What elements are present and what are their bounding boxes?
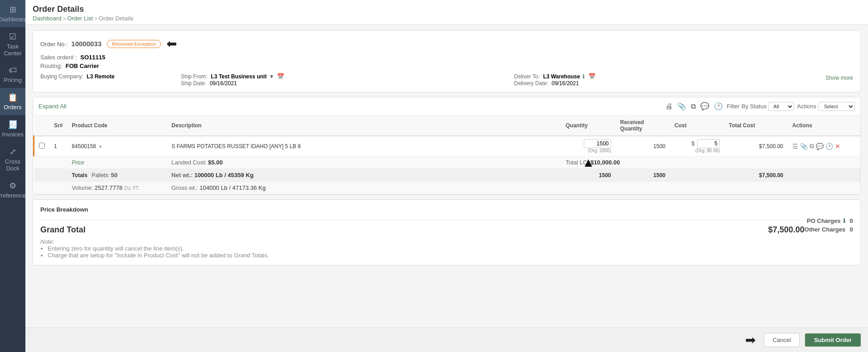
- totals-net-wt: Net wt.: 100000 Lb / 45359 Kg: [167, 169, 561, 182]
- expand-all-button[interactable]: Expand All: [39, 103, 66, 110]
- sidebar-item-pricing[interactable]: 🏷 Pricing: [0, 61, 25, 88]
- price-breakdown-section: Price Breakdown PO Charges ℹ 0 Other Cha…: [33, 199, 861, 265]
- calendar-ship-icon[interactable]: 📅: [277, 73, 284, 80]
- row-history-icon[interactable]: 🕐: [825, 143, 833, 150]
- th-product-code: Product Code: [67, 116, 167, 136]
- arrow-up-annotation: ▲: [582, 155, 595, 169]
- notes-title: Note:: [40, 238, 853, 245]
- table-toolbar: Expand All 🖨 📎 ⧉ 💬 🕐 Filter By Status Al…: [33, 97, 860, 116]
- orders-icon: 📋: [8, 92, 18, 102]
- buying-company-label: Buying Company:: [40, 73, 83, 80]
- submit-order-button[interactable]: Submit Order: [805, 333, 861, 347]
- info-icon: ℹ: [582, 73, 585, 80]
- order-info: Order No : 10000033 Received Exception ⬅…: [33, 30, 861, 92]
- deliver-to-section: Deliver To: L3 Warehouse ℹ 📅 Delivery Da…: [514, 73, 596, 87]
- sales-order-row: Sales order# : SO11115: [40, 54, 853, 61]
- totals-qty: 1500: [561, 169, 616, 182]
- gross-wt-cell: Gross wt.: 104000 Lb / 47173.36 Kg: [167, 182, 561, 194]
- th-received-quantity: Received Quantity: [616, 116, 670, 136]
- row-total-cost: $7,500.00: [724, 136, 788, 156]
- row-detail-icon[interactable]: ☰: [792, 143, 798, 150]
- filter-by-status-label: Filter By Status: [727, 103, 766, 110]
- row-delete-icon[interactable]: ✕: [835, 143, 840, 150]
- th-quantity: Quantity: [561, 116, 616, 136]
- pricing-icon: 🏷: [9, 66, 17, 75]
- th-actions: Actions: [788, 116, 860, 136]
- cancel-button[interactable]: Cancel: [764, 333, 799, 347]
- notes-list: Entering zero for quantity will cancel t…: [40, 245, 853, 259]
- delivery-date-value: 09/16/2021: [552, 80, 579, 87]
- ship-from-dropdown-icon[interactable]: ▾: [270, 73, 273, 80]
- page-header: Order Details Dashboard > Order List > O…: [25, 0, 868, 25]
- price-row-empty2: [49, 156, 67, 169]
- price-label: Price: [67, 156, 167, 169]
- price-row-empty1: [34, 156, 50, 169]
- price-row-empty3: [670, 156, 724, 169]
- sales-order-label: Sales order# :: [40, 54, 77, 61]
- sidebar-item-orders[interactable]: 📋 Orders: [0, 88, 25, 115]
- row-checkbox-cell: [34, 136, 50, 156]
- show-more-button[interactable]: Show more: [825, 75, 853, 81]
- filter-status-select[interactable]: All: [768, 102, 794, 111]
- volume-empty7: [788, 182, 860, 194]
- cost-org-note: (Org: $5.00): [674, 148, 720, 153]
- totals-row: Totals Pallets: 50 Net wt.: 100000 Lb / …: [34, 169, 861, 182]
- table-row: 1 84500158 ▾ S FARMS POTATOES RUSSET IDA…: [34, 136, 861, 156]
- table-header-row: Sr# Product Code Description Quantity Re…: [34, 116, 861, 136]
- history-icon[interactable]: 🕐: [713, 101, 724, 111]
- po-other-charges: PO Charges ℹ 0 Other Charges 0: [805, 217, 853, 235]
- quantity-input[interactable]: [584, 139, 611, 148]
- comment-icon[interactable]: 💬: [699, 101, 710, 111]
- calendar-deliver-icon[interactable]: 📅: [588, 73, 596, 80]
- row-copy-icon[interactable]: ⧉: [810, 142, 814, 150]
- sidebar-item-task-center[interactable]: ☑ Task Center: [0, 27, 25, 61]
- po-charges-label: PO Charges: [807, 217, 840, 224]
- filter-group: Filter By Status All: [727, 102, 794, 111]
- ship-date-label: Ship Date:: [181, 80, 206, 87]
- other-charges-row: Other Charges 0: [805, 226, 853, 233]
- th-checkbox: [34, 116, 50, 136]
- breadcrumb-order-details: Order Details: [99, 15, 134, 22]
- other-charges-value: 0: [850, 226, 853, 233]
- attach-icon[interactable]: 📎: [676, 101, 687, 111]
- print-icon[interactable]: 🖨: [664, 101, 674, 111]
- row-description: S FARMS POTATOES RUSSET IDAHO [ANY] 5 LB…: [167, 136, 561, 156]
- totals-empty4: [788, 169, 860, 182]
- arrow-right-annotation: ➡: [745, 333, 756, 347]
- breadcrumb-dashboard[interactable]: Dashboard: [33, 15, 62, 22]
- breadcrumb: Dashboard > Order List > Order Details: [33, 15, 861, 22]
- ship-from-value: L3 Test Business unit: [211, 73, 267, 80]
- row-actions: ☰ 📎 ⧉ 💬 🕐 ✕: [788, 136, 860, 156]
- ship-from-label: Ship From:: [181, 73, 208, 80]
- product-dropdown-icon[interactable]: ▾: [99, 144, 102, 149]
- buying-company-section: Buying Company: L3 Remote: [40, 73, 176, 87]
- grand-total-section: Grand Total $7,500.00: [40, 220, 853, 235]
- other-charges-label: Other Charges: [805, 226, 845, 233]
- copy-icon[interactable]: ⧉: [690, 101, 697, 111]
- ship-date-value: 09/16/2021: [210, 80, 237, 87]
- actions-label: Actions: [797, 103, 816, 110]
- po-charges-info: ℹ: [843, 217, 845, 224]
- row-checkbox[interactable]: [39, 143, 45, 149]
- sidebar-item-preferences[interactable]: ⚙ Preferences: [0, 176, 25, 203]
- row-cost: $ (Org: $5.00): [670, 136, 724, 156]
- totals-empty1: [34, 169, 50, 182]
- routing-label: Routing:: [40, 63, 62, 69]
- invoices-icon: 🧾: [8, 120, 18, 130]
- sidebar-item-invoices[interactable]: 🧾 Invoices: [0, 115, 25, 142]
- actions-select[interactable]: Select: [818, 102, 855, 111]
- row-comment-icon[interactable]: 💬: [816, 143, 824, 150]
- deliver-to-value: L3 Warehouse: [543, 73, 580, 80]
- row-attach-icon[interactable]: 📎: [800, 143, 808, 150]
- cost-input[interactable]: [697, 139, 720, 148]
- sidebar-item-cross-dock[interactable]: ⤢ Cross Dock: [0, 142, 25, 176]
- row-quantity-cell: (Org: 2000) ▲: [561, 136, 616, 156]
- routing-value: FOB Carrier: [66, 63, 99, 69]
- sidebar-item-dashboard[interactable]: ⊞ Dashboard: [0, 0, 25, 27]
- totals-empty3: [670, 169, 724, 182]
- sidebar: ⊞ Dashboard ☑ Task Center 🏷 Pricing 📋 Or…: [0, 0, 25, 352]
- totals-empty2: [49, 169, 67, 182]
- grand-total-amount: $7,500.00: [768, 225, 805, 235]
- breadcrumb-order-list[interactable]: Order List: [67, 15, 93, 22]
- note-item-2: Charge that are setup for "Include in Pr…: [48, 252, 853, 259]
